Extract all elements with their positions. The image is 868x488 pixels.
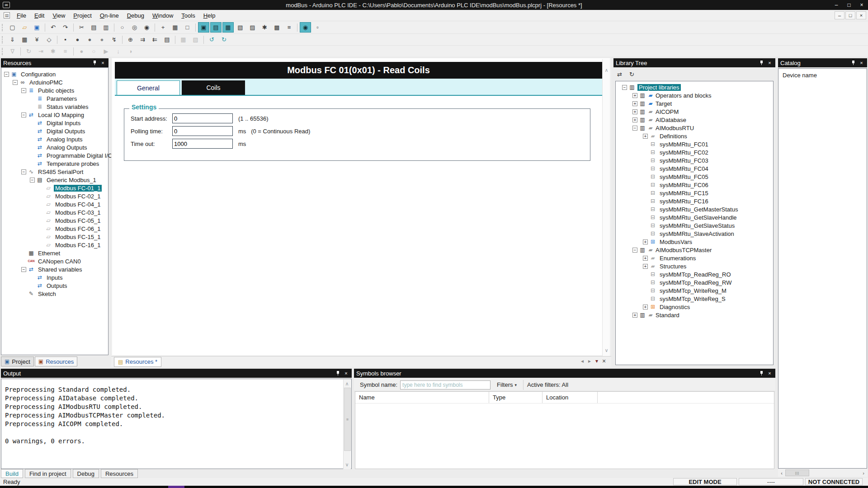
resources-item-digital-outputs[interactable]: ⇄Digital Outputs xyxy=(1,127,108,135)
redo-icon[interactable]: ↷ xyxy=(60,22,71,33)
bottom-tab-resources[interactable]: Resources xyxy=(101,469,138,478)
print-icon[interactable]: ▦ xyxy=(170,22,181,33)
resources-item-modbus-fc-05-1[interactable]: ▱Modbus FC-05_1 xyxy=(1,216,108,225)
add-object-icon[interactable]: + xyxy=(157,22,169,33)
undo-icon[interactable]: ↶ xyxy=(47,22,59,33)
watch-window-icon[interactable]: ▤ xyxy=(210,22,222,33)
resources-item-ethernet[interactable]: ▦Ethernet xyxy=(1,249,108,257)
task-list-icon[interactable]: ≡ xyxy=(60,46,71,56)
polling-time-input[interactable] xyxy=(172,126,233,136)
simulation-icon[interactable]: ∇ xyxy=(7,46,18,56)
expand-icon[interactable]: + xyxy=(643,264,648,269)
resources-item-modbus-fc-15-1[interactable]: ▱Modbus FC-15_1 xyxy=(1,233,108,241)
menu-debug[interactable]: Debug xyxy=(123,11,148,20)
library-item-project-libraries[interactable]: −▥Project libraries xyxy=(616,83,773,91)
resources-item-analog-outputs[interactable]: ⇄Analog Outputs xyxy=(1,143,108,151)
resources-item-canopen-can0[interactable]: CANCANopen CAN0 xyxy=(1,257,108,265)
key-icon[interactable]: ¥ xyxy=(31,34,42,45)
library-item-sysmbmtcp-readreg-rw[interactable]: ⊟sysMbMTcp_ReadReg_RW xyxy=(616,278,773,286)
expand-icon[interactable]: + xyxy=(643,239,648,244)
step-icon[interactable]: ↓ xyxy=(113,46,124,56)
breakpoint-icon[interactable]: ○ xyxy=(88,46,99,56)
pin-icon[interactable] xyxy=(758,60,765,66)
doc-nav-menu-icon[interactable]: ▾ xyxy=(593,358,600,364)
library-item-aicopm[interactable]: +▥▰AICOPM xyxy=(616,108,773,116)
library-item-structures[interactable]: +▰Structures xyxy=(616,262,773,270)
library-item-sysmbmrtu-slaveactivation[interactable]: ⊟sysMbMRtu_SlaveActivation xyxy=(616,230,773,238)
column-header-type[interactable]: Type xyxy=(489,392,542,403)
project-window-icon[interactable]: ▣ xyxy=(198,22,209,33)
pin-icon[interactable] xyxy=(91,60,98,66)
menu-online[interactable]: On-line xyxy=(96,11,123,20)
scroll-left-icon[interactable]: ‹ xyxy=(778,470,785,476)
close-icon[interactable]: × xyxy=(766,370,773,377)
scroll-right-icon[interactable]: › xyxy=(860,470,867,476)
tab-coils[interactable]: Coils xyxy=(182,80,245,95)
text-editor-icon[interactable]: ≡ xyxy=(283,22,295,33)
collapse-icon[interactable]: − xyxy=(13,80,18,85)
close-icon[interactable]: × xyxy=(99,60,106,66)
attach-icon[interactable]: ◑ xyxy=(125,46,136,56)
scrollbar-thumb[interactable]: ≡ xyxy=(344,388,351,451)
symbols-browser-window-icon[interactable]: ◉ xyxy=(300,22,311,33)
filters-button[interactable]: Filters ▾ xyxy=(494,380,519,389)
library-item-sysmbmrtu-fc05[interactable]: ⊟sysMbMRtu_FC05 xyxy=(616,173,773,181)
resources-item-arduinopmc[interactable]: −∞ArduinoPMC xyxy=(1,78,108,86)
grid-mapping-icon[interactable]: ▦ xyxy=(178,34,189,45)
new-project-icon[interactable]: ▢ xyxy=(7,22,18,33)
resources-item-local-io-mapping[interactable]: −⇄Local IO Mapping xyxy=(1,111,108,119)
library-item-sysmbmrtu-fc03[interactable]: ⊟sysMbMRtu_FC03 xyxy=(616,156,773,164)
task-config-icon[interactable]: ✱ xyxy=(47,46,59,56)
pointer-icon[interactable]: ◇ xyxy=(43,34,55,45)
library-item-modbusvars[interactable]: +⊞ModbusVars xyxy=(616,238,773,246)
time-out-input[interactable] xyxy=(172,139,233,149)
resources-item-sketch[interactable]: ✎Sketch xyxy=(1,290,108,298)
library-item-sysmbmrtu-fc02[interactable]: ⊟sysMbMRtu_FC02 xyxy=(616,148,773,156)
resources-item-temperature-probes[interactable]: ⇄Temperature probes xyxy=(1,160,108,168)
navigate-forward-icon[interactable]: ↻ xyxy=(218,34,230,45)
library-import-icon[interactable]: ⇄ xyxy=(614,69,625,80)
minimize-icon[interactable]: – xyxy=(830,0,843,10)
library-item-sysmbmrtu-getmasterstatus[interactable]: ⊟sysMbMRtu_GetMasterStatus xyxy=(616,205,773,213)
resources-item-public-objects[interactable]: −≣Public objects xyxy=(1,86,108,94)
open-project-icon[interactable]: ▱ xyxy=(19,22,30,33)
collapse-icon[interactable]: − xyxy=(30,178,35,183)
collapse-icon[interactable]: − xyxy=(21,267,26,272)
editor-vertical-scrollbar[interactable]: ∧ ∨ xyxy=(602,59,610,356)
library-item-aimodbusrtu[interactable]: −▥▰AIModbusRTU xyxy=(616,124,773,132)
doc-nav-next-icon[interactable]: ▸ xyxy=(586,358,593,364)
scroll-up-icon[interactable]: ∧ xyxy=(344,381,350,387)
library-tree-window-icon[interactable]: ▦ xyxy=(222,22,234,33)
close-icon[interactable]: × xyxy=(858,60,865,66)
library-item-sysmbmrtu-getslavestatus[interactable]: ⊟sysMbMRtu_GetSlaveStatus xyxy=(616,221,773,230)
symbol-list-icon[interactable]: ▤ xyxy=(161,34,173,45)
close-icon[interactable]: × xyxy=(855,0,868,10)
compile-icon[interactable]: ▦ xyxy=(19,34,30,45)
resources-item-modbus-fc-02-1[interactable]: ▱Modbus FC-02_1 xyxy=(1,192,108,200)
mdi-restore-icon[interactable]: □ xyxy=(845,11,855,19)
library-item-sysmbmrtu-fc06[interactable]: ⊟sysMbMRtu_FC06 xyxy=(616,181,773,189)
halt-icon[interactable]: ▪ xyxy=(60,34,71,45)
device-view-icon[interactable]: ▧ xyxy=(235,22,246,33)
print-preview-icon[interactable]: □ xyxy=(182,22,193,33)
maximize-icon[interactable]: □ xyxy=(843,0,855,10)
library-item-aimodbustcpmaster[interactable]: −▥▰AIModbusTCPMaster xyxy=(616,246,773,254)
resources-item-status-variables[interactable]: ≣Status variables xyxy=(1,103,108,111)
led-1-icon[interactable]: ● xyxy=(72,34,83,45)
symbol-search-input[interactable] xyxy=(400,380,491,389)
library-item-sysmbmrtu-getslavehandle[interactable]: ⊟sysMbMRtu_GetSlaveHandle xyxy=(616,213,773,221)
record-icon[interactable]: ● xyxy=(76,46,87,56)
resources-item-modbus-fc-03-1[interactable]: ▱Modbus FC-03_1 xyxy=(1,208,108,216)
resources-item-configuration[interactable]: −▣Configuration xyxy=(1,70,108,78)
expand-icon[interactable]: + xyxy=(632,109,637,114)
library-item-sysmbmrtu-fc01[interactable]: ⊟sysMbMRtu_FC01 xyxy=(616,140,773,148)
scroll-up-icon[interactable]: ∧ xyxy=(603,67,610,73)
options-icon[interactable]: ✱ xyxy=(259,22,270,33)
resources-item-outputs[interactable]: ⇄Outputs xyxy=(1,282,108,290)
resources-item-rs485-serialport[interactable]: −∿RS485 SerialPort xyxy=(1,168,108,176)
run-task-icon[interactable]: ↻ xyxy=(23,46,34,56)
cut-icon[interactable]: ✂ xyxy=(76,22,87,33)
collapse-icon[interactable]: − xyxy=(632,248,637,253)
resources-item-digital-inputs[interactable]: ⇄Digital Inputs xyxy=(1,119,108,127)
collapse-icon[interactable]: − xyxy=(21,88,26,93)
